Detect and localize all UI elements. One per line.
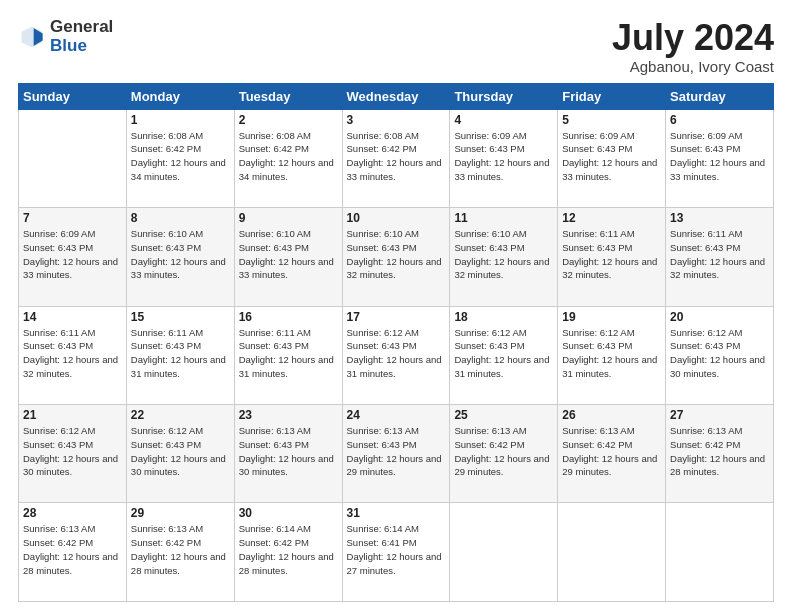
logo-text: General Blue bbox=[50, 18, 113, 55]
calendar-cell: 1 Sunrise: 6:08 AMSunset: 6:42 PMDayligh… bbox=[126, 109, 234, 207]
day-number: 22 bbox=[131, 408, 230, 422]
calendar-cell: 24 Sunrise: 6:13 AMSunset: 6:43 PMDaylig… bbox=[342, 405, 450, 503]
logo-blue-text: Blue bbox=[50, 37, 113, 56]
day-info: Sunrise: 6:13 AMSunset: 6:42 PMDaylight:… bbox=[670, 424, 769, 479]
day-info: Sunrise: 6:13 AMSunset: 6:42 PMDaylight:… bbox=[562, 424, 661, 479]
day-info: Sunrise: 6:12 AMSunset: 6:43 PMDaylight:… bbox=[23, 424, 122, 479]
day-number: 16 bbox=[239, 310, 338, 324]
day-info: Sunrise: 6:08 AMSunset: 6:42 PMDaylight:… bbox=[131, 129, 230, 184]
day-info: Sunrise: 6:11 AMSunset: 6:43 PMDaylight:… bbox=[562, 227, 661, 282]
calendar-week-row: 28 Sunrise: 6:13 AMSunset: 6:42 PMDaylig… bbox=[19, 503, 774, 602]
calendar-cell: 13 Sunrise: 6:11 AMSunset: 6:43 PMDaylig… bbox=[666, 208, 774, 306]
day-number: 11 bbox=[454, 211, 553, 225]
day-number: 2 bbox=[239, 113, 338, 127]
day-info: Sunrise: 6:08 AMSunset: 6:42 PMDaylight:… bbox=[239, 129, 338, 184]
day-info: Sunrise: 6:10 AMSunset: 6:43 PMDaylight:… bbox=[454, 227, 553, 282]
day-info: Sunrise: 6:11 AMSunset: 6:43 PMDaylight:… bbox=[239, 326, 338, 381]
calendar-week-row: 21 Sunrise: 6:12 AMSunset: 6:43 PMDaylig… bbox=[19, 405, 774, 503]
calendar-cell: 12 Sunrise: 6:11 AMSunset: 6:43 PMDaylig… bbox=[558, 208, 666, 306]
location: Agbanou, Ivory Coast bbox=[612, 58, 774, 75]
calendar-week-row: 14 Sunrise: 6:11 AMSunset: 6:43 PMDaylig… bbox=[19, 306, 774, 404]
day-info: Sunrise: 6:14 AMSunset: 6:41 PMDaylight:… bbox=[347, 522, 446, 577]
day-info: Sunrise: 6:13 AMSunset: 6:42 PMDaylight:… bbox=[23, 522, 122, 577]
calendar-cell: 21 Sunrise: 6:12 AMSunset: 6:43 PMDaylig… bbox=[19, 405, 127, 503]
calendar-week-row: 7 Sunrise: 6:09 AMSunset: 6:43 PMDayligh… bbox=[19, 208, 774, 306]
calendar-cell: 28 Sunrise: 6:13 AMSunset: 6:42 PMDaylig… bbox=[19, 503, 127, 602]
day-info: Sunrise: 6:09 AMSunset: 6:43 PMDaylight:… bbox=[670, 129, 769, 184]
day-info: Sunrise: 6:09 AMSunset: 6:43 PMDaylight:… bbox=[562, 129, 661, 184]
header-right: July 2024 Agbanou, Ivory Coast bbox=[612, 18, 774, 75]
calendar-cell: 17 Sunrise: 6:12 AMSunset: 6:43 PMDaylig… bbox=[342, 306, 450, 404]
day-number: 29 bbox=[131, 506, 230, 520]
col-tuesday: Tuesday bbox=[234, 83, 342, 109]
calendar-cell: 14 Sunrise: 6:11 AMSunset: 6:43 PMDaylig… bbox=[19, 306, 127, 404]
col-wednesday: Wednesday bbox=[342, 83, 450, 109]
svg-marker-2 bbox=[34, 28, 43, 46]
day-number: 4 bbox=[454, 113, 553, 127]
calendar-cell: 16 Sunrise: 6:11 AMSunset: 6:43 PMDaylig… bbox=[234, 306, 342, 404]
logo-general-text: General bbox=[50, 18, 113, 37]
day-info: Sunrise: 6:10 AMSunset: 6:43 PMDaylight:… bbox=[131, 227, 230, 282]
day-info: Sunrise: 6:12 AMSunset: 6:43 PMDaylight:… bbox=[562, 326, 661, 381]
calendar-cell: 29 Sunrise: 6:13 AMSunset: 6:42 PMDaylig… bbox=[126, 503, 234, 602]
day-number: 27 bbox=[670, 408, 769, 422]
col-monday: Monday bbox=[126, 83, 234, 109]
day-info: Sunrise: 6:09 AMSunset: 6:43 PMDaylight:… bbox=[454, 129, 553, 184]
calendar-cell: 11 Sunrise: 6:10 AMSunset: 6:43 PMDaylig… bbox=[450, 208, 558, 306]
day-number: 14 bbox=[23, 310, 122, 324]
calendar-cell: 8 Sunrise: 6:10 AMSunset: 6:43 PMDayligh… bbox=[126, 208, 234, 306]
day-info: Sunrise: 6:13 AMSunset: 6:43 PMDaylight:… bbox=[239, 424, 338, 479]
day-number: 25 bbox=[454, 408, 553, 422]
calendar-cell: 4 Sunrise: 6:09 AMSunset: 6:43 PMDayligh… bbox=[450, 109, 558, 207]
day-number: 1 bbox=[131, 113, 230, 127]
day-info: Sunrise: 6:09 AMSunset: 6:43 PMDaylight:… bbox=[23, 227, 122, 282]
day-info: Sunrise: 6:11 AMSunset: 6:43 PMDaylight:… bbox=[131, 326, 230, 381]
calendar-cell: 15 Sunrise: 6:11 AMSunset: 6:43 PMDaylig… bbox=[126, 306, 234, 404]
day-info: Sunrise: 6:12 AMSunset: 6:43 PMDaylight:… bbox=[670, 326, 769, 381]
day-number: 10 bbox=[347, 211, 446, 225]
calendar-cell: 22 Sunrise: 6:12 AMSunset: 6:43 PMDaylig… bbox=[126, 405, 234, 503]
day-number: 6 bbox=[670, 113, 769, 127]
day-number: 24 bbox=[347, 408, 446, 422]
day-info: Sunrise: 6:10 AMSunset: 6:43 PMDaylight:… bbox=[347, 227, 446, 282]
day-number: 30 bbox=[239, 506, 338, 520]
day-number: 7 bbox=[23, 211, 122, 225]
page: General Blue July 2024 Agbanou, Ivory Co… bbox=[0, 0, 792, 612]
day-number: 31 bbox=[347, 506, 446, 520]
calendar-cell: 9 Sunrise: 6:10 AMSunset: 6:43 PMDayligh… bbox=[234, 208, 342, 306]
calendar-cell: 2 Sunrise: 6:08 AMSunset: 6:42 PMDayligh… bbox=[234, 109, 342, 207]
calendar-cell: 5 Sunrise: 6:09 AMSunset: 6:43 PMDayligh… bbox=[558, 109, 666, 207]
day-number: 18 bbox=[454, 310, 553, 324]
calendar-cell: 23 Sunrise: 6:13 AMSunset: 6:43 PMDaylig… bbox=[234, 405, 342, 503]
logo-icon bbox=[18, 23, 46, 51]
calendar-header-row: Sunday Monday Tuesday Wednesday Thursday… bbox=[19, 83, 774, 109]
header: General Blue July 2024 Agbanou, Ivory Co… bbox=[18, 18, 774, 75]
day-number: 3 bbox=[347, 113, 446, 127]
day-number: 23 bbox=[239, 408, 338, 422]
day-number: 28 bbox=[23, 506, 122, 520]
day-number: 9 bbox=[239, 211, 338, 225]
calendar-cell: 31 Sunrise: 6:14 AMSunset: 6:41 PMDaylig… bbox=[342, 503, 450, 602]
day-info: Sunrise: 6:14 AMSunset: 6:42 PMDaylight:… bbox=[239, 522, 338, 577]
calendar-cell: 26 Sunrise: 6:13 AMSunset: 6:42 PMDaylig… bbox=[558, 405, 666, 503]
day-number: 13 bbox=[670, 211, 769, 225]
day-number: 15 bbox=[131, 310, 230, 324]
calendar-cell: 19 Sunrise: 6:12 AMSunset: 6:43 PMDaylig… bbox=[558, 306, 666, 404]
day-info: Sunrise: 6:13 AMSunset: 6:42 PMDaylight:… bbox=[454, 424, 553, 479]
col-sunday: Sunday bbox=[19, 83, 127, 109]
day-info: Sunrise: 6:11 AMSunset: 6:43 PMDaylight:… bbox=[23, 326, 122, 381]
calendar-cell: 18 Sunrise: 6:12 AMSunset: 6:43 PMDaylig… bbox=[450, 306, 558, 404]
calendar-cell bbox=[666, 503, 774, 602]
calendar-cell: 10 Sunrise: 6:10 AMSunset: 6:43 PMDaylig… bbox=[342, 208, 450, 306]
calendar-cell: 30 Sunrise: 6:14 AMSunset: 6:42 PMDaylig… bbox=[234, 503, 342, 602]
calendar-cell bbox=[19, 109, 127, 207]
day-number: 21 bbox=[23, 408, 122, 422]
col-friday: Friday bbox=[558, 83, 666, 109]
calendar-cell: 20 Sunrise: 6:12 AMSunset: 6:43 PMDaylig… bbox=[666, 306, 774, 404]
calendar-cell: 25 Sunrise: 6:13 AMSunset: 6:42 PMDaylig… bbox=[450, 405, 558, 503]
calendar-cell: 27 Sunrise: 6:13 AMSunset: 6:42 PMDaylig… bbox=[666, 405, 774, 503]
day-info: Sunrise: 6:10 AMSunset: 6:43 PMDaylight:… bbox=[239, 227, 338, 282]
day-number: 8 bbox=[131, 211, 230, 225]
day-number: 5 bbox=[562, 113, 661, 127]
day-info: Sunrise: 6:12 AMSunset: 6:43 PMDaylight:… bbox=[131, 424, 230, 479]
